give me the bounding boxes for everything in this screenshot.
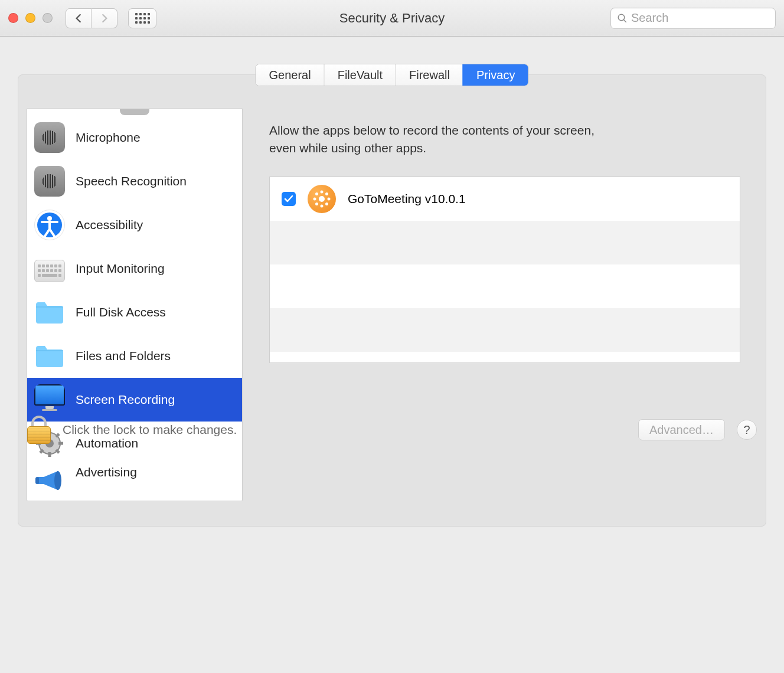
help-button[interactable]: ?: [737, 420, 757, 440]
detail-pane: Allow the apps below to record the conte…: [252, 108, 757, 518]
show-all-preferences-button[interactable]: [128, 8, 156, 28]
app-permission-checkbox[interactable]: [282, 192, 296, 206]
list-item-partial-top: [27, 109, 242, 116]
megaphone-icon: [34, 465, 65, 496]
folder-icon: [34, 297, 65, 328]
sidebar-item-label: Accessibility: [76, 218, 143, 232]
tab-privacy[interactable]: Privacy: [463, 64, 528, 86]
chevron-left-icon: [74, 13, 83, 24]
nav-forward-button[interactable]: [92, 8, 117, 28]
svg-point-18: [321, 204, 324, 207]
sidebar-item-speech-recognition[interactable]: Speech Recognition: [27, 159, 242, 203]
sidebar-item-screen-recording[interactable]: Screen Recording: [27, 378, 242, 422]
allowed-apps-list[interactable]: GoToMeeting v10.0.1 . . .: [269, 177, 740, 363]
svg-point-17: [321, 190, 324, 193]
toolbar: Security & Privacy: [0, 0, 784, 37]
advanced-button[interactable]: Advanced…: [638, 419, 725, 440]
svg-point-19: [313, 197, 316, 200]
content-area: General FileVault Firewall Privacy Micro…: [0, 37, 784, 527]
search-icon: [617, 13, 628, 24]
microphone-icon: [34, 122, 65, 153]
sidebar-item-input-monitoring[interactable]: Input Monitoring: [27, 247, 242, 290]
svg-point-22: [325, 192, 328, 195]
svg-line-13: [40, 450, 43, 453]
lock-button[interactable]: [27, 416, 51, 444]
tab-filevault[interactable]: FileVault: [324, 64, 396, 86]
svg-point-3: [47, 216, 52, 221]
footer-right: Advanced… ?: [638, 419, 757, 440]
sidebar-item-full-disk-access[interactable]: Full Disk Access: [27, 290, 242, 334]
folder-icon: [34, 341, 65, 371]
svg-point-0: [618, 14, 625, 21]
display-icon: [34, 384, 65, 415]
zoom-window-button[interactable]: [43, 13, 53, 23]
tab-firewall[interactable]: Firewall: [396, 64, 463, 86]
svg-rect-15: [35, 477, 39, 484]
app-row-empty: .: [270, 221, 740, 264]
sidebar-item-label: Screen Recording: [76, 393, 175, 407]
sidebar-item-label: Advertising: [76, 465, 137, 479]
svg-point-23: [315, 202, 318, 205]
lock-hint-text: Click the lock to make changes.: [63, 423, 237, 437]
nav-back-button[interactable]: [66, 8, 92, 28]
gotomeeting-app-icon: [308, 185, 336, 213]
tab-general[interactable]: General: [256, 64, 324, 86]
section-tabs: General FileVault Firewall Privacy: [256, 64, 529, 86]
speech-recognition-icon: [34, 166, 65, 197]
close-window-button[interactable]: [8, 13, 18, 23]
sidebar-item-label: Full Disk Access: [76, 305, 166, 319]
traffic-lights: [8, 13, 53, 23]
keyboard-icon: [34, 260, 65, 282]
search-field-wrap[interactable]: [610, 8, 776, 29]
svg-line-1: [623, 19, 626, 22]
lock-area: Click the lock to make changes.: [27, 416, 237, 444]
sidebar-item-label: Speech Recognition: [76, 174, 187, 188]
grid-icon: [135, 13, 150, 24]
minimize-window-button[interactable]: [25, 13, 35, 23]
svg-line-11: [56, 450, 59, 453]
checkmark-icon: [284, 194, 293, 204]
search-input[interactable]: [631, 11, 780, 25]
preferences-window: Security & Privacy General FileVault Fir…: [0, 0, 784, 673]
svg-point-21: [315, 192, 318, 195]
accessibility-icon: [34, 210, 65, 240]
sidebar-item-microphone[interactable]: Microphone: [27, 116, 242, 159]
svg-point-20: [328, 197, 331, 200]
nav-buttons: [66, 8, 117, 28]
privacy-panel: Microphone Speech Recognition Accessibil…: [18, 74, 766, 527]
footer: Click the lock to make changes. Advanced…: [0, 416, 784, 444]
app-row-empty: .: [270, 264, 740, 308]
svg-point-14: [54, 471, 61, 490]
app-row[interactable]: GoToMeeting v10.0.1: [270, 177, 740, 221]
sidebar-item-accessibility[interactable]: Accessibility: [27, 203, 242, 247]
svg-point-16: [319, 196, 325, 202]
sidebar-item-advertising[interactable]: Advertising: [27, 465, 242, 491]
lock-body-icon: [27, 426, 51, 444]
sidebar-item-files-and-folders[interactable]: Files and Folders: [27, 334, 242, 378]
app-row-empty: .: [270, 308, 740, 352]
sidebar-item-label: Microphone: [76, 130, 141, 145]
app-name-label: GoToMeeting v10.0.1: [348, 192, 466, 206]
chevron-right-icon: [100, 13, 109, 24]
svg-point-24: [325, 202, 328, 205]
sidebar-item-label: Input Monitoring: [76, 262, 165, 276]
sidebar-item-label: Files and Folders: [76, 349, 171, 363]
permission-description: Allow the apps below to record the conte…: [269, 122, 612, 158]
